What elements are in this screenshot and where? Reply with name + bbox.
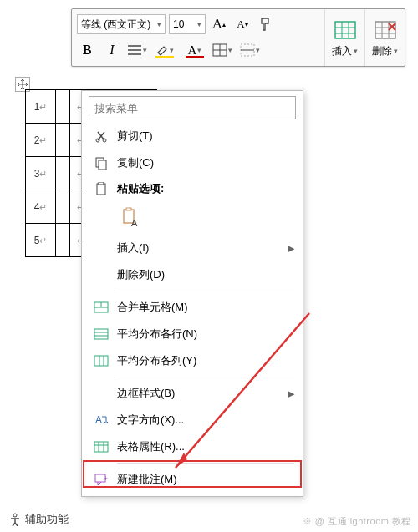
menu-separator bbox=[117, 377, 294, 377]
svg-rect-11 bbox=[126, 208, 131, 210]
chevron-down-icon: ▾ bbox=[157, 20, 161, 28]
watermark: ※ @ 互通 ightroom 教程 bbox=[303, 515, 411, 528]
accessibility-icon bbox=[8, 513, 22, 526]
bold-button[interactable]: B bbox=[77, 40, 97, 60]
font-size-value: 10 bbox=[173, 18, 184, 30]
align-icon bbox=[127, 44, 142, 56]
insert-table-icon bbox=[334, 18, 357, 44]
paste-text-icon: A bbox=[120, 208, 140, 228]
context-menu: 剪切(T) 复制(C) 粘贴选项: A 插入(I) ▶ 删除列(D) 合并单元格… bbox=[81, 90, 303, 497]
table-button[interactable]: ▾ bbox=[212, 40, 232, 60]
increase-font-button[interactable]: A▴ bbox=[209, 14, 229, 34]
font-size-combo[interactable]: 10 ▾ bbox=[169, 14, 206, 34]
submenu-arrow-icon: ▶ bbox=[288, 388, 294, 399]
svg-text:A: A bbox=[131, 218, 138, 228]
copy-icon bbox=[90, 156, 112, 170]
font-color-icon: A bbox=[188, 43, 197, 58]
menu-item-text-direction[interactable]: A 文字方向(X)... bbox=[82, 407, 303, 433]
scissors-icon bbox=[90, 129, 112, 143]
svg-text:A: A bbox=[95, 414, 102, 426]
svg-rect-17 bbox=[94, 442, 108, 452]
paste-option-text[interactable]: A bbox=[117, 205, 144, 231]
delete-group[interactable]: 删除▾ bbox=[364, 9, 405, 66]
merge-cells-icon bbox=[90, 301, 112, 313]
svg-rect-15 bbox=[94, 356, 108, 366]
comment-icon: + bbox=[90, 473, 112, 486]
menu-item-delete-column[interactable]: 删除列(D) bbox=[82, 261, 303, 288]
decrease-font-icon: A bbox=[237, 18, 244, 31]
highlighter-icon bbox=[155, 44, 169, 56]
menu-separator bbox=[117, 291, 294, 291]
insert-label: 插入 bbox=[332, 44, 352, 58]
bold-icon: B bbox=[83, 43, 92, 58]
menu-separator bbox=[117, 463, 294, 464]
menu-item-cut[interactable]: 剪切(T) bbox=[82, 123, 303, 149]
chevron-down-icon: ▾ bbox=[197, 20, 201, 28]
delete-label: 删除 bbox=[372, 44, 392, 58]
menu-search-input[interactable] bbox=[89, 96, 296, 119]
highlight-button[interactable]: ▾ bbox=[152, 40, 177, 60]
format-painter-button[interactable] bbox=[256, 14, 276, 34]
paintbrush-icon bbox=[258, 17, 273, 32]
menu-item-distribute-rows[interactable]: 平均分布各行(N) bbox=[82, 321, 303, 347]
menu-item-distribute-cols[interactable]: 平均分布各列(Y) bbox=[82, 347, 303, 374]
increase-font-icon: A bbox=[212, 16, 222, 33]
italic-icon: I bbox=[110, 43, 114, 58]
mini-toolbar: 等线 (西文正文) ▾ 10 ▾ A▴ A▾ B I ▾ bbox=[71, 8, 405, 67]
move-icon bbox=[18, 79, 28, 89]
menu-item-merge-cells[interactable]: 合并单元格(M) bbox=[82, 294, 303, 321]
svg-text:+: + bbox=[104, 474, 108, 483]
decrease-font-button[interactable]: A▾ bbox=[232, 14, 252, 34]
svg-rect-3 bbox=[375, 22, 395, 38]
menu-item-copy[interactable]: 复制(C) bbox=[82, 149, 303, 176]
insert-group[interactable]: 插入▾ bbox=[324, 9, 364, 66]
distribute-rows-icon bbox=[90, 328, 112, 340]
menu-item-paste-options: 粘贴选项: bbox=[82, 176, 303, 201]
delete-table-icon bbox=[374, 18, 397, 44]
table-grid-icon bbox=[212, 43, 227, 57]
svg-point-22 bbox=[13, 514, 17, 517]
font-family-combo[interactable]: 等线 (西文正文) ▾ bbox=[77, 14, 166, 34]
align-button[interactable]: ▾ bbox=[127, 40, 147, 60]
menu-item-border-style[interactable]: 边框样式(B) ▶ bbox=[82, 380, 303, 407]
italic-button[interactable]: I bbox=[102, 40, 122, 60]
svg-rect-7 bbox=[99, 160, 106, 170]
menu-item-table-properties[interactable]: 表格属性(R)... bbox=[82, 433, 303, 460]
doc-title-fragment bbox=[0, 0, 418, 8]
svg-rect-14 bbox=[94, 329, 108, 339]
border-button[interactable]: ▾ bbox=[237, 40, 263, 60]
submenu-arrow-icon: ▶ bbox=[288, 243, 294, 254]
font-family-value: 等线 (西文正文) bbox=[81, 18, 150, 32]
menu-item-insert[interactable]: 插入(I) ▶ bbox=[82, 235, 303, 261]
font-color-button[interactable]: A ▾ bbox=[182, 40, 207, 60]
text-direction-icon: A bbox=[90, 413, 112, 427]
svg-rect-9 bbox=[99, 182, 104, 185]
distribute-cols-icon bbox=[90, 355, 112, 367]
status-bar-accessibility[interactable]: 辅助功能 bbox=[8, 512, 69, 527]
border-icon bbox=[240, 43, 255, 57]
svg-rect-2 bbox=[335, 22, 355, 38]
clipboard-icon bbox=[90, 182, 112, 195]
svg-rect-8 bbox=[97, 184, 105, 195]
table-properties-icon bbox=[90, 441, 112, 453]
menu-item-new-comment[interactable]: + 新建批注(M) bbox=[82, 466, 303, 493]
